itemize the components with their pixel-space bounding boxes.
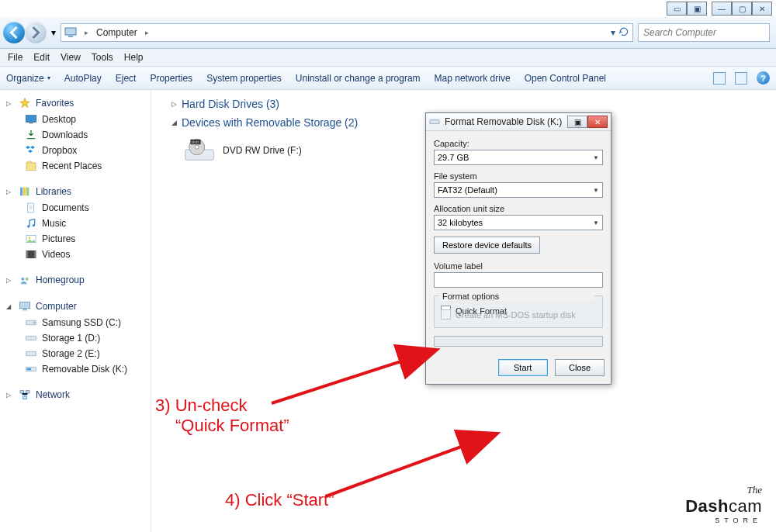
close-button[interactable]: Close [555,359,605,376]
svg-rect-19 [23,309,26,310]
logo: The Dashcam STORE [685,484,762,524]
collapse-icon: ▷ [6,392,14,399]
open-control-panel-button[interactable]: Open Control Panel [525,73,606,84]
svg-point-21 [33,322,35,323]
collapse-icon: ▷ [6,277,14,284]
chevron-down-icon: ▼ [593,187,599,194]
filesystem-select[interactable]: FAT32 (Default)▼ [434,182,603,198]
format-dialog: Format Removable Disk (K:) ▣ ✕ Capacity:… [425,112,611,385]
section-hdd[interactable]: ▷Hard Disk Drives (3) [161,95,767,113]
address-bar[interactable]: ▸ Computer ▸ ▾ [61,23,633,42]
downloads-icon [25,129,37,141]
menu-file[interactable]: File [8,52,23,63]
sidebar-group-homegroup[interactable]: ▷ Homegroup [3,271,147,288]
homegroup-icon [19,274,31,286]
sidebar-group-computer[interactable]: ◢ Computer [3,298,147,315]
search-input[interactable]: Search Computer [638,23,770,42]
dialog-overlay-icon[interactable]: ▣ [567,116,587,128]
sidebar-item-downloads[interactable]: Downloads [3,127,147,143]
svg-rect-5 [20,188,23,196]
forward-button[interactable] [25,22,47,43]
sidebar-item-dropbox[interactable]: Dropbox [3,143,147,158]
uninstall-button[interactable]: Uninstall or change a program [296,73,421,84]
start-button[interactable]: Start [498,359,548,376]
breadcrumb-dropdown-icon[interactable]: ▾ [611,27,615,38]
restore-defaults-button[interactable]: Restore device defaults [434,237,540,254]
drive-icon [25,347,37,360]
sidebar-item-drive-d[interactable]: Storage 1 (D:) [3,330,147,346]
svg-point-17 [26,278,29,281]
sidebar-item-documents[interactable]: Documents [3,200,147,216]
svg-rect-22 [26,336,36,340]
overlay-icon[interactable]: ▭ [667,2,687,16]
drive-icon [25,332,37,344]
svg-rect-25 [27,368,31,371]
breadcrumb[interactable]: Computer [96,27,137,38]
progress-bar [434,336,603,347]
capacity-select[interactable]: 29.7 GB▼ [434,150,603,165]
sidebar-group-favorites[interactable]: ▷ Favorites [3,95,147,112]
svg-rect-23 [26,351,36,355]
svg-point-10 [33,224,35,226]
search-placeholder: Search Computer [643,27,716,38]
sidebar-item-recent[interactable]: Recent Places [3,158,147,174]
chevron-right-icon[interactable]: ▸ [142,29,152,36]
computer-icon [64,26,77,40]
view-options-icon[interactable] [713,72,726,85]
menu-edit[interactable]: Edit [33,52,50,63]
menu-view[interactable]: View [61,52,81,63]
autoplay-button[interactable]: AutoPlay [64,73,102,84]
svg-rect-14 [26,250,28,257]
chevron-down-icon: ▼ [593,219,599,226]
computer-icon [19,300,31,313]
msdos-checkbox: Create an MS-DOS startup disk [441,309,596,320]
sidebar-item-desktop[interactable]: Desktop [3,112,147,127]
chevron-right-icon: ▸ [81,29,92,36]
desktop-icon [25,113,37,126]
drive-icon [429,116,440,127]
properties-button[interactable]: Properties [150,73,192,84]
map-drive-button[interactable]: Map network drive [435,73,511,84]
close-button[interactable]: ✕ [752,2,772,16]
sidebar-group-network[interactable]: ▷ Network [3,386,147,403]
svg-rect-18 [19,302,29,309]
preview-pane-icon[interactable] [735,72,747,85]
volume-input[interactable] [434,272,603,288]
svg-rect-1 [68,36,73,37]
menu-tools[interactable]: Tools [92,52,113,63]
documents-icon [25,202,37,214]
sidebar-item-drive-e[interactable]: Storage 2 (E:) [3,346,147,361]
pictures-icon [25,233,37,245]
organize-button[interactable]: Organize ▾ [6,73,50,84]
sidebar-item-drive-c[interactable]: Samsung SSD (C:) [3,315,147,330]
drive-icon [25,316,37,329]
menu-help[interactable]: Help [124,52,144,63]
back-button[interactable] [3,22,25,43]
removable-drive-icon [25,363,37,375]
eject-button[interactable]: Eject [116,73,137,84]
svg-point-12 [29,237,31,239]
dialog-close-button[interactable]: ✕ [587,116,608,128]
svg-point-31 [195,145,199,149]
dropbox-icon [25,144,37,157]
sidebar-item-music[interactable]: Music [3,216,147,231]
sidebar-item-videos[interactable]: Videos [3,247,147,262]
svg-rect-6 [23,188,26,196]
system-properties-button[interactable]: System properties [206,73,282,84]
help-icon[interactable]: ? [757,71,770,85]
sidebar-item-drive-k[interactable]: Removable Disk (K:) [3,361,147,377]
sidebar-item-pictures[interactable]: Pictures [3,231,147,247]
sidebar-group-libraries[interactable]: ▷ Libraries [3,183,147,200]
history-dropdown-icon[interactable]: ▾ [51,27,56,38]
allocation-select[interactable]: 32 kilobytes▼ [434,215,603,230]
refresh-icon[interactable] [618,26,629,40]
expand-icon: ◢ [6,303,14,310]
chevron-down-icon: ▼ [593,154,599,161]
svg-rect-8 [27,203,33,212]
minimize-button[interactable]: — [712,2,732,16]
annotation-step4: 4) Click “Start” [225,490,334,510]
maximize-button[interactable]: ▢ [732,2,752,16]
capacity-label: Capacity: [434,139,603,148]
overlay-icon[interactable]: ▣ [687,2,707,16]
svg-point-9 [27,225,29,227]
